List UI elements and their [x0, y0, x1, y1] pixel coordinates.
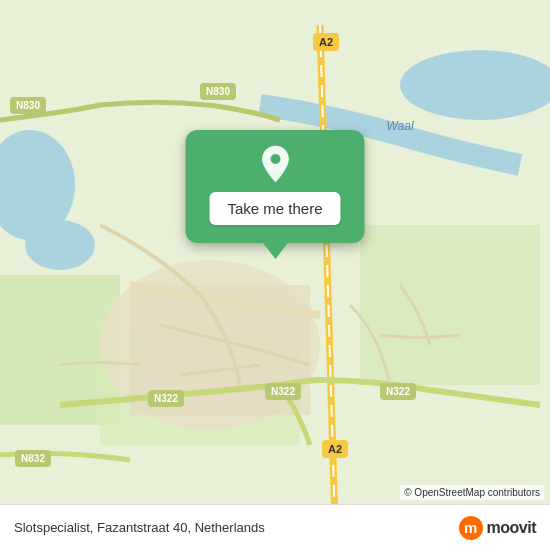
map-svg: A2 A2 A2 N830 N830 N322 N322 N322 N832 W… — [0, 0, 550, 550]
moovit-label: moovit — [487, 519, 536, 537]
svg-text:N830: N830 — [16, 100, 40, 111]
svg-text:A2: A2 — [328, 443, 342, 455]
svg-text:N830: N830 — [206, 86, 230, 97]
popup-card: Take me there — [185, 130, 364, 243]
moovit-icon: m — [459, 516, 483, 540]
moovit-logo: m moovit — [459, 516, 536, 540]
map-container: A2 A2 A2 N830 N830 N322 N322 N322 N832 W… — [0, 0, 550, 550]
svg-text:N322: N322 — [154, 393, 178, 404]
bottom-bar: Slotspecialist, Fazantstraat 40, Netherl… — [0, 504, 550, 550]
svg-text:A2: A2 — [319, 36, 333, 48]
svg-text:N322: N322 — [271, 386, 295, 397]
osm-attribution: © OpenStreetMap contributors — [400, 485, 544, 500]
location-pin-icon — [255, 144, 295, 184]
svg-point-3 — [25, 220, 95, 270]
svg-rect-4 — [360, 225, 540, 385]
svg-text:N832: N832 — [21, 453, 45, 464]
take-me-there-button[interactable]: Take me there — [209, 192, 340, 225]
address-text: Slotspecialist, Fazantstraat 40, Netherl… — [14, 520, 265, 535]
popup-bubble: Take me there — [185, 130, 364, 243]
svg-text:Waal: Waal — [386, 119, 413, 133]
svg-point-31 — [270, 154, 280, 164]
svg-text:N322: N322 — [386, 386, 410, 397]
